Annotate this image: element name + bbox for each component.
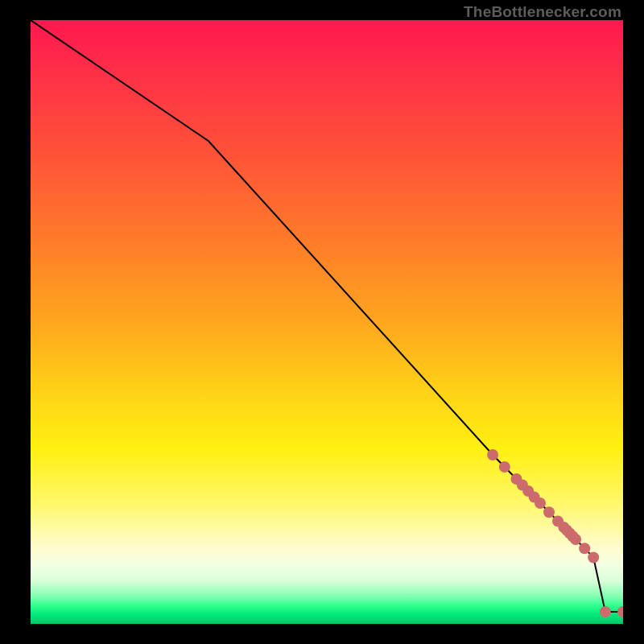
- series-line: [31, 20, 623, 612]
- data-point: [499, 461, 510, 473]
- plot-area: [31, 20, 623, 624]
- data-point: [543, 506, 555, 518]
- data-point: [600, 606, 611, 617]
- data-point: [617, 606, 623, 617]
- series-markers: [487, 449, 623, 617]
- chart-frame: TheBottlenecker.com: [0, 0, 644, 644]
- chart-svg: [31, 20, 623, 624]
- data-point: [535, 497, 546, 509]
- data-point: [487, 449, 498, 460]
- data-point: [570, 534, 581, 545]
- attribution-label: TheBottlenecker.com: [464, 3, 621, 21]
- data-point: [579, 543, 590, 554]
- data-point: [588, 552, 599, 564]
